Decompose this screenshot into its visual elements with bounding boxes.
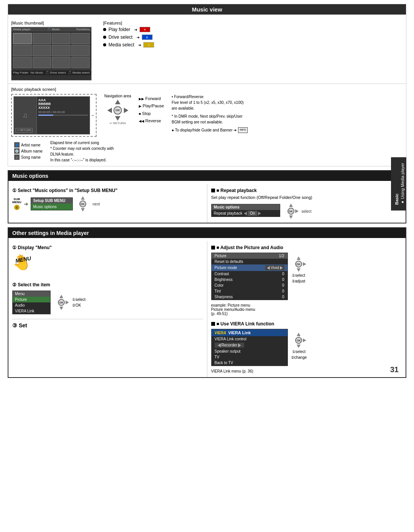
viera-speaker-row[interactable]: Speaker output bbox=[212, 348, 288, 354]
viera-link-diagram: VIERA VIERA Link VIERA Link control Reco… bbox=[211, 329, 402, 368]
mode-tri-left bbox=[267, 266, 270, 270]
note4: * In DMR mode, Next skip/Prev. skip/User bbox=[172, 113, 403, 119]
playback-screen-area: [Music playback screen] ♫ AAA BBBBB XXXX… bbox=[8, 84, 406, 166]
step1-display-title: ① Display "Menu" bbox=[12, 245, 203, 250]
viera-recorder-row[interactable]: Recorder bbox=[212, 342, 288, 348]
playback-content: ♫ AAA BBBBB XXXXX 00:00:05 / 00:00:49 bbox=[11, 94, 403, 137]
dpad-right-arrow bbox=[124, 108, 128, 113]
opt-ok-btn[interactable]: OK bbox=[79, 200, 86, 207]
pic-select-label: ①select bbox=[292, 273, 305, 277]
bullet-dot-2 bbox=[103, 36, 106, 39]
select-1-label: ①select bbox=[72, 297, 85, 302]
sub-menu-diagram: SUB MENU S ➜ Setup SUB MENU Music option… bbox=[12, 196, 203, 212]
playback-dashed-box: ♫ AAA BBBBB XXXXX 00:00:05 / 00:00:49 bbox=[11, 94, 97, 137]
song-b: BBBBB bbox=[38, 102, 88, 106]
song-a: AAA bbox=[38, 98, 88, 102]
rep-ok-btn[interactable]: OK bbox=[288, 208, 294, 215]
repeat-menu-row: Repeat playback On bbox=[212, 210, 280, 217]
feature-play-folder-label: Play folder bbox=[108, 27, 130, 32]
mode-tri-right bbox=[280, 266, 283, 270]
viera-link-section: ■ Use VIERA Link function VIERA VIERA Li… bbox=[211, 321, 402, 373]
bullet-dot bbox=[103, 28, 106, 31]
rep-dpad-up bbox=[289, 204, 293, 207]
remote-small: ↩ bbox=[92, 114, 94, 117]
menu-item-viera-link[interactable]: VIERA Link bbox=[13, 308, 50, 314]
picture-menu-box: Picture 1/2 Reset to defaults Picture mo… bbox=[211, 253, 288, 300]
adjust-title: ■ Adjust the Picture and Audio bbox=[211, 245, 402, 250]
viera-tv-row[interactable]: TV bbox=[212, 354, 288, 360]
music-options-menu-item[interactable]: Music options bbox=[31, 204, 72, 210]
return-btn: ↩ RETURN bbox=[15, 128, 33, 133]
sel-ok-btn[interactable]: OK bbox=[58, 299, 65, 306]
btn-yellow: Y bbox=[143, 42, 154, 48]
pic-dpad-group: OK ①select ②adjust bbox=[291, 256, 306, 283]
playback-screen-label: [Music playback screen] bbox=[11, 87, 403, 92]
picture-row-tint[interactable]: Tint 0 bbox=[212, 288, 288, 294]
viera-ok-btn[interactable]: OK bbox=[295, 337, 302, 344]
other-settings-section: Other settings in Media player ① Display… bbox=[8, 227, 406, 378]
other-settings-header: Other settings in Media player bbox=[8, 228, 406, 238]
ok-button[interactable]: OK bbox=[113, 106, 122, 115]
reverse-label: ◀◀ Reverse bbox=[139, 118, 164, 124]
picture-row-color[interactable]: Color 0 bbox=[212, 282, 288, 288]
viera-dpad-up bbox=[297, 333, 301, 336]
play-pause-label: ▶ Play/Pause bbox=[139, 103, 164, 109]
step3-set: ③ Set bbox=[12, 319, 203, 328]
repeat-dpad: OK bbox=[283, 204, 299, 219]
viera-tri-right bbox=[238, 343, 241, 347]
feature-media-select-label: Media select bbox=[108, 42, 134, 48]
viera-dpad: OK bbox=[291, 333, 306, 348]
feature-play-folder: Play folder ➜ R bbox=[103, 27, 180, 32]
menu-item-picture[interactable]: Picture bbox=[13, 297, 50, 302]
feature-drive-select: Drive select ➜ B bbox=[103, 34, 180, 40]
nav-area-group: Navigation area OK ↩ RETURN bbox=[104, 94, 131, 137]
dpad-left-arrow bbox=[107, 108, 112, 113]
viera-link-control-row[interactable]: VIERA Link control bbox=[212, 336, 288, 342]
viera-change-label: ②change bbox=[291, 355, 307, 360]
dpad-down-arrow bbox=[115, 116, 120, 121]
viera-link-box: VIERA VIERA Link VIERA Link control Reco… bbox=[211, 329, 288, 366]
sel-dpad-right bbox=[66, 300, 69, 304]
music-options-header: Music options bbox=[8, 171, 406, 181]
song-icon: ♪ bbox=[14, 154, 20, 160]
picture-row-reset[interactable]: Reset to defaults bbox=[212, 259, 288, 264]
menu-item-audio[interactable]: Audio bbox=[13, 302, 50, 308]
options-dpad: OK bbox=[75, 196, 90, 212]
thumbnail-grid bbox=[12, 31, 91, 70]
picture-row-contrast[interactable]: Contrast 0 bbox=[212, 271, 288, 277]
picture-row-sharpness[interactable]: Sharpness 0 bbox=[212, 294, 288, 300]
viera-back-tv-row[interactable]: Back to TV bbox=[212, 360, 288, 366]
sidebar-tab: Basic ● Using Media player bbox=[391, 157, 406, 210]
note1: • Forward/Reverse bbox=[172, 94, 403, 100]
pic-ok-btn[interactable]: OK bbox=[295, 261, 302, 268]
picture-row-mode[interactable]: Picture mode Vivid bbox=[212, 264, 288, 271]
viera-link-header: VIERA VIERA Link bbox=[212, 329, 288, 336]
step2-select-item: ② Select the item Menu Picture Audio VI bbox=[12, 282, 203, 314]
thumb-top-bar: Media player🎵 MusicFunctions bbox=[12, 27, 91, 31]
setup-sub-menu-box: Setup SUB MENU Music options bbox=[31, 197, 73, 210]
artist-info: 👤 Artist name 💿 Album name ♪ Song name bbox=[14, 142, 43, 163]
tri-right-icon bbox=[258, 212, 261, 215]
picture-mode-val: Vivid bbox=[265, 265, 284, 270]
dpad-up-arrow bbox=[115, 100, 120, 104]
viera-select-label: ①select bbox=[292, 350, 306, 354]
sidebar-using-label: ● Using Media player bbox=[400, 163, 406, 205]
features-label: [Features] bbox=[103, 21, 180, 25]
music-view-top: [Music thumbnail] Media player🎵 MusicFun… bbox=[8, 18, 406, 84]
note5: BGM setting are not available. bbox=[172, 119, 403, 125]
song-c: XXXXX bbox=[38, 106, 88, 110]
adjust-picture-audio: ■ Adjust the Picture and Audio Picture 1… bbox=[211, 245, 402, 316]
thumbnail-area: [Music thumbnail] Media player🎵 MusicFun… bbox=[11, 21, 95, 80]
thumbnail-box: Media player🎵 MusicFunctions bbox=[11, 27, 92, 80]
step1-display-menu: ① Display "Menu" 🤚 MENU bbox=[12, 245, 203, 278]
music-options-section: Music options ① Select "Music options" i… bbox=[8, 170, 406, 223]
arrow-right-icon: ➜ bbox=[24, 201, 28, 207]
sub-menu-button[interactable]: S bbox=[14, 205, 20, 210]
select-dpad: OK bbox=[54, 295, 69, 310]
feature-drive-select-label: Drive select bbox=[108, 34, 133, 40]
btn-blue: B bbox=[142, 34, 153, 40]
picture-row-brightness[interactable]: Brightness 0 bbox=[212, 277, 288, 282]
song-row: ♪ Song name bbox=[14, 154, 43, 160]
features-area: [Features] Play folder ➜ R Drive select … bbox=[103, 21, 180, 80]
tri-left-icon bbox=[244, 212, 247, 215]
